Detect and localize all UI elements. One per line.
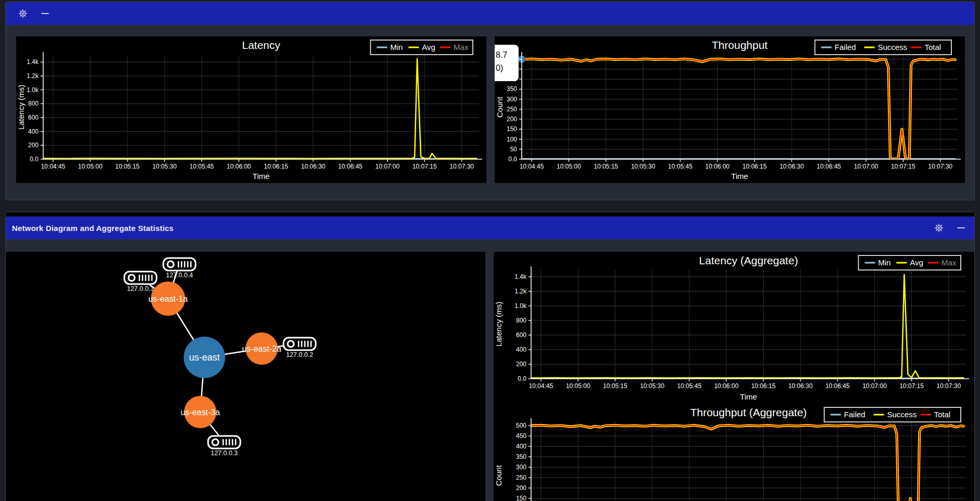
x-tick-label: 10:05:30: [640, 382, 664, 390]
network-panel-header: Network Diagram and Aggregate Statistics: [6, 216, 974, 239]
network-node-us-east[interactable]: us-east: [184, 337, 225, 378]
chart-title: Latency (Aggregate): [699, 254, 798, 266]
legend: FailedSuccessTotal: [815, 40, 951, 55]
x-tick-label: 10:07:15: [899, 382, 924, 390]
x-tick-label: 10:05:45: [189, 163, 214, 170]
x-tick-label: 10:06:00: [227, 163, 251, 170]
x-tick-label: 10:05:15: [115, 163, 140, 170]
legend-label: Success: [878, 43, 907, 52]
grid: [522, 55, 958, 159]
collapse-minus-icon[interactable]: [41, 8, 49, 19]
network-diagram-panel[interactable]: 127.0.0.1127.0.0.4127.0.0.2127.0.0.3us-e…: [6, 252, 485, 501]
y-tick-label: 400: [516, 346, 526, 353]
top-panel: 0.02004006008001.0k1.2k1.4k10:04:4510:05…: [5, 2, 975, 200]
y-axis-label: Count: [495, 96, 504, 118]
y-axis-label: Latency (ms): [17, 85, 25, 130]
y-tick-label: 250: [507, 106, 517, 113]
router-node-127-0-0-3[interactable]: 127.0.0.3: [208, 436, 240, 457]
y-tick-label: 1.2k: [514, 288, 527, 295]
y-tick-label: 200: [516, 361, 526, 368]
router-ip-label: 127.0.0.2: [286, 351, 313, 358]
x-tick-label: 10:07:15: [412, 163, 437, 170]
tooltip-line-2: 0): [496, 62, 519, 75]
x-tick-label: 10:07:30: [449, 163, 474, 170]
y-tick-label: 200: [516, 484, 526, 492]
legend-label: Min: [878, 258, 891, 267]
legend: FailedSuccessTotal: [824, 407, 961, 422]
axes: 0.02004006008001.0k1.2k1.4k10:04:4510:05…: [514, 266, 969, 390]
latency-chart-panel[interactable]: 0.02004006008001.0k1.2k1.4k10:04:4510:05…: [16, 36, 486, 183]
axes: 0.05010015020025030035040045050010:04:45…: [516, 418, 969, 501]
x-tick-label: 10:06:45: [338, 163, 363, 170]
x-tick-label: 10:06:00: [714, 382, 739, 390]
y-tick-label: 250: [516, 474, 526, 481]
router-node-127-0-0-4[interactable]: 127.0.0.4: [163, 258, 196, 279]
x-tick-label: 10:05:00: [566, 382, 590, 390]
series-avg: [43, 59, 476, 159]
network-aggregate-panel: Network Diagram and Aggregate Statistics: [5, 212, 975, 501]
legend-label: Failed: [844, 410, 866, 419]
router-ip-label: 127.0.0.3: [211, 449, 238, 457]
series-group: [531, 275, 963, 378]
router-node-127-0-0-2[interactable]: 127.0.0.2: [283, 338, 316, 358]
throughput-aggregate-chart: 0.05010015020025030035040045050010:04:45…: [494, 404, 974, 501]
legend-label: Total: [925, 43, 942, 52]
x-tick-label: 10:05:00: [557, 163, 581, 170]
x-tick-label: 10:07:00: [375, 163, 399, 170]
legend: MinAvgMax: [370, 40, 473, 55]
y-tick-label: 1.4k: [27, 58, 39, 66]
x-tick-label: 10:07:30: [928, 163, 952, 170]
network-node-us-east-2a[interactable]: us-east-2a: [242, 332, 281, 365]
y-tick-label: 1.4k: [514, 273, 527, 280]
x-tick-label: 10:04:45: [41, 163, 66, 170]
x-tick-label: 10:05:15: [603, 382, 627, 390]
network-node-us-east-1a[interactable]: us-east-1a: [148, 281, 188, 316]
x-tick-label: 10:06:45: [826, 382, 850, 390]
y-tick-label: 1.2k: [27, 72, 39, 80]
gear-icon: [18, 9, 28, 18]
x-tick-label: 10:05:45: [668, 163, 692, 170]
node-label: us-east-2a: [242, 344, 281, 353]
x-tick-label: 10:06:15: [264, 163, 288, 170]
y-tick-label: 600: [516, 331, 526, 339]
x-tick-label: 10:07:00: [854, 163, 878, 170]
y-tick-label: 300: [516, 464, 526, 471]
legend-label: Min: [390, 43, 403, 52]
collapse-minus-icon[interactable]: [957, 223, 965, 233]
legend-label: Failed: [835, 43, 856, 52]
top-panel-header: [6, 2, 974, 25]
section-title: Network Diagram and Aggregate Statistics: [12, 224, 174, 233]
throughput-chart-panel[interactable]: 0.05010015020025030035040045050010:04:45…: [495, 36, 965, 183]
settings-gear-icon[interactable]: [18, 8, 28, 19]
y-tick-label: 0.0: [30, 156, 38, 163]
x-tick-label: 10:06:15: [751, 382, 776, 390]
x-tick-label: 10:07:15: [891, 163, 915, 170]
y-tick-label: 800: [516, 317, 526, 324]
router-ip-label: 127.0.0.4: [166, 272, 193, 279]
y-tick-label: 400: [28, 128, 38, 135]
network-diagram: 127.0.0.1127.0.0.4127.0.0.2127.0.0.3us-e…: [6, 252, 485, 501]
legend-label: Avg: [910, 258, 923, 267]
throughput-aggregate-chart-panel[interactable]: 0.05010015020025030035040045050010:04:45…: [494, 404, 974, 501]
y-tick-label: 800: [28, 100, 38, 107]
settings-gear-icon[interactable]: [934, 223, 944, 233]
legend-label: Total: [934, 410, 951, 419]
grid: [531, 421, 966, 501]
tooltip-line-1: 8.7: [496, 49, 519, 62]
y-tick-label: 0.0: [508, 156, 517, 163]
router-node-127-0-0-1[interactable]: 127.0.0.1: [124, 272, 157, 292]
y-axis-label: Latency (ms): [494, 302, 503, 347]
y-tick-label: 350: [507, 85, 517, 93]
y-tick-label: 50: [510, 146, 518, 153]
axes: 0.02004006008001.0k1.2k1.4k10:04:4510:05…: [27, 52, 482, 170]
latency-aggregate-chart-panel[interactable]: 0.02004006008001.0k1.2k1.4k10:04:4510:05…: [494, 252, 974, 404]
x-tick-label: 10:04:45: [520, 163, 544, 170]
x-axis-label: Time: [253, 172, 270, 181]
x-tick-label: 10:06:00: [705, 163, 730, 170]
network-node-us-east-3a[interactable]: us-east-3a: [180, 396, 220, 428]
y-tick-label: 350: [516, 453, 526, 460]
x-tick-label: 10:04:45: [529, 382, 553, 390]
y-axis-label: Count: [494, 465, 503, 486]
chart-title: Throughput (Aggregate): [690, 406, 807, 418]
series-group: [43, 59, 476, 159]
